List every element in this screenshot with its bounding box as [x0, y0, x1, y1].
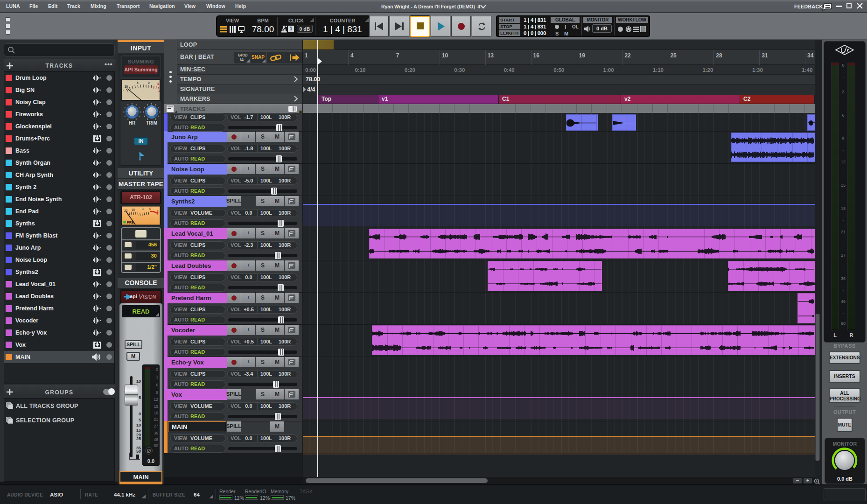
svg-text:PRE: PRE: [127, 221, 134, 224]
svg-text:5: 5: [137, 81, 139, 84]
svg-text:10: 10: [132, 208, 135, 211]
svg-text:20: 20: [125, 85, 128, 88]
svg-text:0: 0: [148, 81, 150, 84]
svg-text:0: 0: [149, 207, 151, 210]
svg-text:3: 3: [142, 207, 144, 210]
svg-text:+: +: [158, 90, 160, 93]
svg-text:-: -: [123, 88, 124, 92]
svg-text:3: 3: [157, 82, 159, 85]
